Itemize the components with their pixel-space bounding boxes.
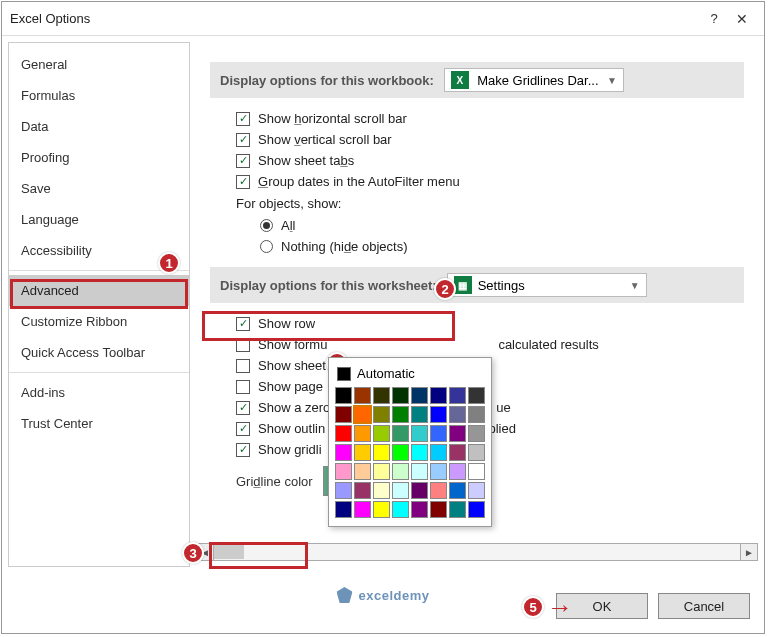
color-swatch[interactable]: [430, 501, 447, 518]
color-swatch[interactable]: [411, 463, 428, 480]
color-swatch[interactable]: [354, 463, 371, 480]
color-swatch[interactable]: [392, 444, 409, 461]
workbook-selector[interactable]: X Make Gridlines Dar... ▼: [444, 68, 624, 92]
color-swatch[interactable]: [392, 501, 409, 518]
color-swatch[interactable]: [354, 501, 371, 518]
color-swatch[interactable]: [335, 482, 352, 499]
color-swatch[interactable]: [335, 463, 352, 480]
color-swatch[interactable]: [430, 463, 447, 480]
color-swatch[interactable]: [411, 444, 428, 461]
scroll-right-button[interactable]: ►: [740, 543, 758, 561]
scroll-thumb[interactable]: [214, 545, 244, 559]
color-swatch[interactable]: [373, 501, 390, 518]
checkbox[interactable]: ✓: [236, 443, 250, 457]
workbook-name: Make Gridlines Dar...: [477, 73, 598, 88]
color-swatch[interactable]: [373, 387, 390, 404]
color-swatch[interactable]: [354, 444, 371, 461]
checkbox[interactable]: ✓: [236, 380, 250, 394]
color-swatch[interactable]: [430, 406, 447, 423]
color-swatch[interactable]: [468, 501, 485, 518]
color-swatch[interactable]: [354, 482, 371, 499]
checkbox[interactable]: ✓: [236, 338, 250, 352]
color-swatch[interactable]: [335, 406, 352, 423]
sidebar-item-data[interactable]: Data: [9, 111, 189, 142]
checkbox[interactable]: ✓: [236, 154, 250, 168]
radio[interactable]: [260, 219, 273, 232]
color-swatch[interactable]: [449, 444, 466, 461]
category-sidebar: GeneralFormulasDataProofingSaveLanguageA…: [8, 42, 190, 567]
color-swatch[interactable]: [449, 406, 466, 423]
color-swatch[interactable]: [468, 463, 485, 480]
checkbox[interactable]: ✓: [236, 422, 250, 436]
color-swatch[interactable]: [373, 463, 390, 480]
color-swatch[interactable]: [411, 501, 428, 518]
color-swatch[interactable]: [449, 463, 466, 480]
opt-tail: calculated results: [498, 337, 598, 352]
checkbox[interactable]: ✓: [236, 112, 250, 126]
color-swatch[interactable]: [468, 482, 485, 499]
color-swatch[interactable]: [335, 387, 352, 404]
checkbox[interactable]: ✓: [236, 175, 250, 189]
color-swatch[interactable]: [468, 387, 485, 404]
automatic-color-row[interactable]: Automatic: [335, 364, 485, 387]
color-swatch[interactable]: [430, 425, 447, 442]
color-swatch[interactable]: [468, 425, 485, 442]
color-swatch[interactable]: [430, 387, 447, 404]
sidebar-item-advanced[interactable]: Advanced: [9, 275, 189, 306]
gridline-color-label: Gridline color: [236, 474, 313, 489]
checkbox[interactable]: ✓: [236, 359, 250, 373]
color-swatch[interactable]: [411, 387, 428, 404]
color-swatch[interactable]: [392, 425, 409, 442]
color-swatch[interactable]: [354, 387, 371, 404]
help-button[interactable]: ?: [700, 11, 728, 26]
color-swatch[interactable]: [373, 406, 390, 423]
color-swatch[interactable]: [373, 425, 390, 442]
color-swatch[interactable]: [354, 425, 371, 442]
sidebar-item-formulas[interactable]: Formulas: [9, 80, 189, 111]
auto-swatch: [337, 367, 351, 381]
color-swatch[interactable]: [392, 387, 409, 404]
sidebar-item-general[interactable]: General: [9, 49, 189, 80]
sidebar-item-add-ins[interactable]: Add-ins: [9, 377, 189, 408]
radio-label: Nothing (hide objects): [281, 239, 407, 254]
sidebar-item-save[interactable]: Save: [9, 173, 189, 204]
color-swatch[interactable]: [468, 444, 485, 461]
sidebar-item-trust-center[interactable]: Trust Center: [9, 408, 189, 439]
color-swatch[interactable]: [449, 482, 466, 499]
color-swatch[interactable]: [354, 406, 371, 423]
sidebar-item-proofing[interactable]: Proofing: [9, 142, 189, 173]
color-swatch[interactable]: [335, 444, 352, 461]
horizontal-scrollbar[interactable]: ◄ ►: [196, 543, 758, 561]
radio[interactable]: [260, 240, 273, 253]
color-swatch[interactable]: [373, 444, 390, 461]
color-swatch[interactable]: [392, 463, 409, 480]
sidebar-item-language[interactable]: Language: [9, 204, 189, 235]
color-swatch[interactable]: [392, 406, 409, 423]
color-swatch[interactable]: [430, 444, 447, 461]
color-swatch[interactable]: [335, 425, 352, 442]
sidebar-item-customize-ribbon[interactable]: Customize Ribbon: [9, 306, 189, 337]
color-swatch[interactable]: [392, 482, 409, 499]
checkbox[interactable]: ✓: [236, 133, 250, 147]
opt-label: Show row: [258, 316, 315, 331]
scroll-track[interactable]: [214, 543, 740, 561]
checkbox[interactable]: ✓: [236, 401, 250, 415]
color-swatch[interactable]: [430, 482, 447, 499]
cancel-button[interactable]: Cancel: [658, 593, 750, 619]
color-swatch[interactable]: [411, 406, 428, 423]
color-swatch[interactable]: [411, 482, 428, 499]
color-swatch[interactable]: [411, 425, 428, 442]
annotation-badge: 5: [522, 596, 544, 618]
color-swatch[interactable]: [449, 387, 466, 404]
color-swatch[interactable]: [449, 425, 466, 442]
checkbox[interactable]: ✓: [236, 317, 250, 331]
sidebar-item-quick-access-toolbar[interactable]: Quick Access Toolbar: [9, 337, 189, 368]
color-swatch[interactable]: [373, 482, 390, 499]
worksheet-selector[interactable]: ▦ Settings ▼: [447, 273, 647, 297]
color-swatch[interactable]: [449, 501, 466, 518]
color-swatch-grid: [335, 387, 485, 518]
excel-options-dialog: Excel Options ? ✕ GeneralFormulasDataPro…: [1, 1, 765, 634]
color-swatch[interactable]: [468, 406, 485, 423]
close-button[interactable]: ✕: [728, 11, 756, 27]
color-swatch[interactable]: [335, 501, 352, 518]
